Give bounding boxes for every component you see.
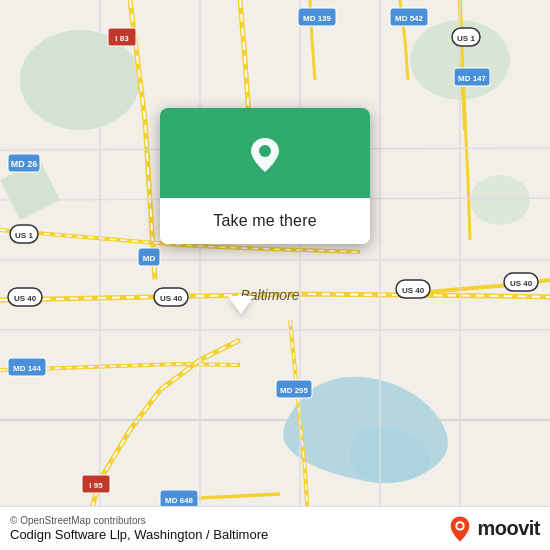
svg-text:US 1: US 1 (457, 34, 475, 43)
bottom-bar: © OpenStreetMap contributors Codign Soft… (0, 506, 550, 550)
svg-text:MD 139: MD 139 (303, 14, 332, 23)
location-name: Codign Software Llp, Washington / Baltim… (10, 527, 268, 542)
svg-text:MD 147: MD 147 (458, 74, 487, 83)
svg-text:US 40: US 40 (510, 279, 533, 288)
moovit-logo: moovit (446, 515, 540, 543)
moovit-pin-icon (446, 515, 474, 543)
svg-text:MD 295: MD 295 (280, 386, 309, 395)
svg-text:MD 26: MD 26 (11, 159, 38, 169)
svg-point-4 (470, 175, 530, 225)
svg-text:MD 648: MD 648 (165, 496, 194, 505)
svg-text:US 40: US 40 (402, 286, 425, 295)
map-container: MD 26 I 83 I 83 MD 542 MD 139 US 1 MD 14… (0, 0, 550, 550)
svg-text:MD: MD (143, 254, 156, 263)
svg-text:US 40: US 40 (14, 294, 37, 303)
svg-text:MD 542: MD 542 (395, 14, 424, 23)
svg-text:US 1: US 1 (15, 231, 33, 240)
map-background: MD 26 I 83 I 83 MD 542 MD 139 US 1 MD 14… (0, 0, 550, 550)
attribution-text: © OpenStreetMap contributors (10, 515, 268, 526)
take-me-there-button[interactable]: Take me there (160, 198, 370, 244)
bottom-left: © OpenStreetMap contributors Codign Soft… (10, 515, 268, 542)
popup-tail (228, 296, 254, 314)
popup-card: Take me there (160, 108, 370, 244)
moovit-text: moovit (477, 517, 540, 540)
location-pin-icon (238, 128, 292, 182)
svg-point-53 (458, 523, 463, 528)
svg-text:US 40: US 40 (160, 294, 183, 303)
svg-text:MD 144: MD 144 (13, 364, 42, 373)
svg-point-51 (259, 145, 271, 157)
svg-text:I 83: I 83 (115, 34, 129, 43)
svg-text:I 95: I 95 (89, 481, 103, 490)
popup-green-area (160, 108, 370, 198)
